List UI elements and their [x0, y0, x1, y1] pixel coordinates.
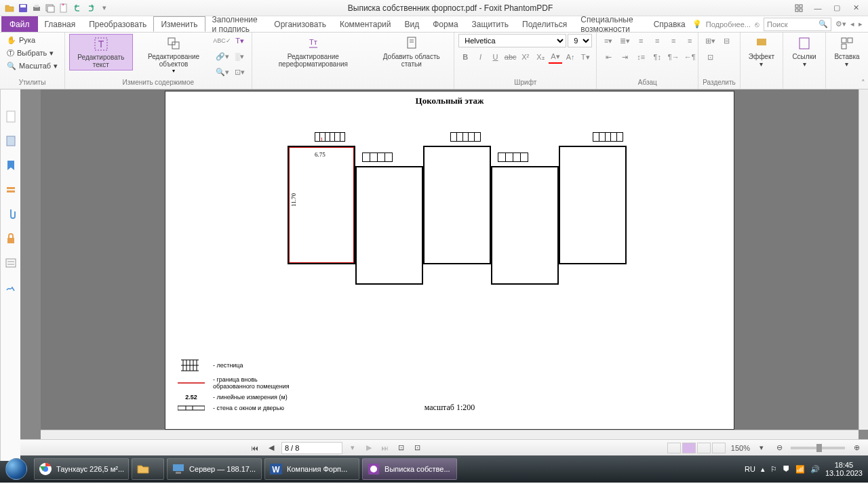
- layers-icon[interactable]: [4, 183, 18, 197]
- justify-icon[interactable]: ≡: [682, 34, 697, 47]
- next-page-button[interactable]: ▶: [363, 443, 375, 452]
- page-icon[interactable]: [4, 110, 18, 123]
- line-spacing-icon[interactable]: ↕≡: [633, 50, 648, 64]
- clock[interactable]: 18:45 13.10.2023: [825, 461, 863, 477]
- tab-protect[interactable]: Защитить: [465, 16, 515, 32]
- ribbon-next-icon[interactable]: ▸: [859, 20, 863, 28]
- taskbar-item-word[interactable]: W Компания Форп...: [264, 458, 359, 480]
- print-icon[interactable]: [31, 3, 42, 14]
- align-left-icon[interactable]: ≡: [633, 34, 648, 47]
- vertical-scrollbar[interactable]: [859, 89, 868, 430]
- ltr-icon[interactable]: ¶→: [666, 50, 681, 64]
- tray-flag-icon[interactable]: ⚐: [770, 465, 777, 474]
- para-spacing-icon[interactable]: ¶↕: [650, 50, 665, 64]
- tab-fillsign[interactable]: Заполнение и подпись: [205, 16, 268, 32]
- gear-icon[interactable]: ⚙▾: [835, 20, 846, 28]
- view-continuous-button[interactable]: [682, 443, 696, 453]
- tab-edit[interactable]: Изменить: [153, 16, 205, 32]
- ribbon-prev-icon[interactable]: ◂: [850, 20, 854, 28]
- zoom-dropdown-icon[interactable]: ▾: [755, 443, 768, 452]
- document-scroll[interactable]: Цокольный этаж 1 6.75 11.70: [41, 89, 859, 430]
- maximize-button[interactable]: ▢: [831, 3, 842, 14]
- reflow-button[interactable]: Tт Редактирование переформатирования: [256, 34, 371, 69]
- font-color-icon[interactable]: A▾: [549, 50, 562, 64]
- close-button[interactable]: ✕: [850, 3, 861, 14]
- tab-convert[interactable]: Преобразовать: [82, 16, 153, 32]
- split-icon[interactable]: ⊟: [719, 34, 734, 47]
- window-icon[interactable]: [45, 3, 56, 14]
- edit-text-button[interactable]: T Редактировать текст: [69, 34, 133, 70]
- lang-indicator[interactable]: RU: [745, 465, 755, 473]
- search-icon[interactable]: 🔍: [818, 20, 828, 28]
- outdent-icon[interactable]: ⇤: [601, 50, 616, 64]
- collapse-ribbon-icon[interactable]: ˄: [861, 79, 865, 87]
- file-tab[interactable]: Файл: [1, 16, 38, 32]
- bold-icon[interactable]: B: [458, 50, 472, 64]
- tray-volume-icon[interactable]: 🔊: [810, 465, 820, 474]
- tray-shield-icon[interactable]: ⛊: [783, 465, 790, 473]
- tab-share[interactable]: Поделиться: [515, 16, 574, 32]
- bullets-icon[interactable]: ≡▾: [601, 34, 616, 47]
- merge-icon[interactable]: ⊞▾: [703, 34, 717, 47]
- hand-tool[interactable]: ✋Рука: [4, 34, 60, 46]
- attachment-icon[interactable]: [4, 207, 18, 221]
- settings-icon[interactable]: ⊡▾: [233, 65, 248, 79]
- edit-objects-button[interactable]: Редактирование объектов▾: [136, 34, 212, 75]
- select-tool[interactable]: ⓉВыбрать▾: [4, 47, 60, 59]
- rtl-icon[interactable]: ←¶: [682, 50, 697, 64]
- redo-icon[interactable]: [85, 3, 96, 14]
- effect-button[interactable]: Эффект▾: [745, 34, 778, 69]
- last-page-button[interactable]: ⏭: [379, 444, 391, 452]
- underline-icon[interactable]: U: [489, 50, 502, 64]
- view-single-button[interactable]: [667, 443, 681, 453]
- page-dropdown-icon[interactable]: ▾: [347, 443, 359, 452]
- tab-accessibility[interactable]: Специальные возможности: [574, 16, 646, 32]
- links-button[interactable]: Ссылки▾: [787, 34, 821, 69]
- text-color-icon[interactable]: T▾: [233, 34, 248, 47]
- nav-fwd-icon[interactable]: ⊡: [412, 443, 424, 452]
- tray-network-icon[interactable]: 📶: [795, 465, 805, 474]
- save-icon[interactable]: [18, 3, 28, 14]
- bulb-icon[interactable]: 💡: [692, 20, 702, 28]
- nav-back-icon[interactable]: ⊡: [395, 443, 408, 452]
- grow-font-icon[interactable]: A↑: [564, 50, 577, 64]
- font-name-select[interactable]: Helvetica: [458, 34, 566, 47]
- form-fields-icon[interactable]: [4, 256, 18, 270]
- subscript-icon[interactable]: X₂: [534, 50, 547, 64]
- taskbar-item-server[interactable]: Сервер — 188.17...: [167, 458, 262, 480]
- page-number-input[interactable]: [281, 442, 342, 454]
- find-icon[interactable]: 🔍▾: [215, 65, 230, 79]
- zoom-slider[interactable]: [791, 447, 845, 449]
- article-button[interactable]: Добавить область статьи: [373, 34, 450, 69]
- indent-icon[interactable]: ⇥: [617, 50, 632, 64]
- view-facing-button[interactable]: [697, 443, 711, 453]
- font-size-select[interactable]: 9: [568, 34, 592, 47]
- insert-button[interactable]: Вставка▾: [830, 34, 864, 69]
- undo-icon[interactable]: [72, 3, 83, 14]
- signature-icon[interactable]: [4, 281, 18, 294]
- horizontal-scrollbar[interactable]: [41, 430, 859, 439]
- tree-icon[interactable]: ⎋: [755, 20, 760, 28]
- tab-view[interactable]: Вид: [397, 16, 426, 32]
- bookmark-icon[interactable]: [4, 159, 18, 172]
- minimize-button[interactable]: —: [812, 3, 823, 14]
- align-right-icon[interactable]: ≡: [666, 34, 681, 47]
- link-text-icon[interactable]: ⊡: [703, 50, 717, 64]
- zoom-in-button[interactable]: ⊕: [850, 443, 863, 452]
- clipboard-icon[interactable]: [4, 134, 18, 148]
- minimize-button[interactable]: [793, 3, 804, 14]
- taskbar-item-explorer[interactable]: [132, 458, 164, 480]
- more-link[interactable]: Подробнее...: [706, 20, 751, 28]
- zoom-level[interactable]: 150%: [731, 444, 750, 452]
- text-effects-icon[interactable]: T▾: [578, 50, 592, 64]
- taskbar-item-chrome[interactable]: Таунхаус 226,5 м²...: [34, 458, 129, 480]
- tray-up-icon[interactable]: ▴: [761, 465, 765, 474]
- tab-comment[interactable]: Комментарий: [333, 16, 398, 32]
- tab-home[interactable]: Главная: [38, 16, 83, 32]
- tab-help[interactable]: Справка: [647, 16, 692, 32]
- italic-icon[interactable]: I: [473, 50, 487, 64]
- strike-icon[interactable]: abc: [504, 50, 517, 64]
- first-page-button[interactable]: ⏮: [249, 444, 261, 452]
- spellcheck-icon[interactable]: ABC✓: [215, 34, 230, 47]
- taskbar-item-foxit[interactable]: Выписка собстве...: [362, 458, 457, 480]
